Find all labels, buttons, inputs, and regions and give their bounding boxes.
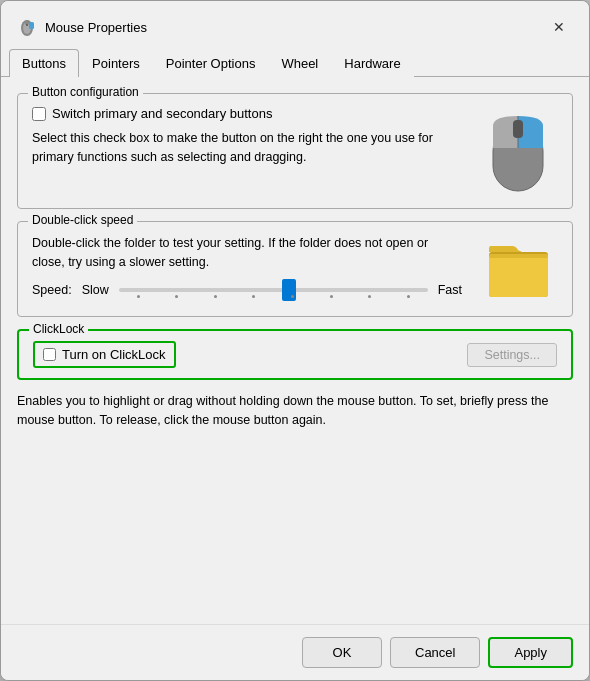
- button-bar: OK Cancel Apply: [1, 624, 589, 680]
- tab-bar: Buttons Pointers Pointer Options Wheel H…: [1, 49, 589, 77]
- clicklock-desc: Enables you to highlight or drag without…: [17, 392, 573, 430]
- button-config-text: Switch primary and secondary buttons Sel…: [32, 106, 462, 167]
- title-bar: Mouse Properties ✕: [1, 1, 589, 49]
- speed-slider-track: [119, 288, 428, 292]
- mouse-properties-dialog: Mouse Properties ✕ Buttons Pointers Poin…: [0, 0, 590, 681]
- clicklock-group-label: ClickLock: [29, 322, 88, 336]
- clicklock-content: Turn on ClickLock Settings...: [33, 341, 557, 368]
- slider-dot: [407, 295, 410, 298]
- slider-dot: [175, 295, 178, 298]
- clicklock-checkbox-row: Turn on ClickLock: [33, 341, 176, 368]
- slider-dot: [330, 295, 333, 298]
- window-title: Mouse Properties: [45, 20, 147, 35]
- slider-dot: [252, 295, 255, 298]
- tab-pointer-options[interactable]: Pointer Options: [153, 49, 269, 77]
- window-icon: [17, 17, 37, 37]
- slider-dot: [214, 295, 217, 298]
- button-config-desc: Select this check box to make the button…: [32, 129, 462, 167]
- tab-content: Button configuration Switch primary and …: [1, 77, 589, 624]
- speed-label: Speed:: [32, 283, 72, 297]
- switch-buttons-label: Switch primary and secondary buttons: [52, 106, 272, 121]
- speed-row: Speed: Slow: [32, 280, 462, 300]
- slider-dot: [137, 295, 140, 298]
- svg-rect-8: [513, 120, 523, 138]
- speed-slider-container: [119, 280, 428, 300]
- clicklock-group: ClickLock Turn on ClickLock Settings...: [17, 329, 573, 380]
- slider-dot: [368, 295, 371, 298]
- fast-label: Fast: [438, 283, 462, 297]
- svg-point-4: [26, 24, 28, 26]
- svg-rect-10: [489, 254, 548, 297]
- svg-rect-11: [489, 254, 548, 258]
- switch-buttons-checkbox[interactable]: [32, 107, 46, 121]
- clicklock-checkbox[interactable]: [43, 348, 56, 361]
- double-click-desc: Double-click the folder to test your set…: [32, 234, 462, 272]
- button-config-group: Button configuration Switch primary and …: [17, 93, 573, 209]
- double-click-text: Double-click the folder to test your set…: [32, 234, 462, 300]
- svg-rect-3: [29, 22, 34, 29]
- cancel-button[interactable]: Cancel: [390, 637, 480, 668]
- double-click-label: Double-click speed: [28, 213, 137, 227]
- clicklock-label: Turn on ClickLock: [62, 347, 166, 362]
- title-bar-left: Mouse Properties: [17, 17, 147, 37]
- ok-button[interactable]: OK: [302, 637, 382, 668]
- button-config-label: Button configuration: [28, 85, 143, 99]
- slow-label: Slow: [82, 283, 109, 297]
- tab-hardware[interactable]: Hardware: [331, 49, 413, 77]
- mouse-image: [478, 106, 558, 196]
- primary-secondary-row: Switch primary and secondary buttons: [32, 106, 462, 121]
- slider-dots: [119, 295, 428, 298]
- folder-image: [478, 234, 558, 304]
- double-click-content: Double-click the folder to test your set…: [32, 234, 558, 304]
- clicklock-settings-button[interactable]: Settings...: [467, 343, 557, 367]
- tab-buttons[interactable]: Buttons: [9, 49, 79, 77]
- tab-pointers[interactable]: Pointers: [79, 49, 153, 77]
- slider-dot: [291, 295, 294, 298]
- close-button[interactable]: ✕: [545, 13, 573, 41]
- apply-button[interactable]: Apply: [488, 637, 573, 668]
- tab-wheel[interactable]: Wheel: [268, 49, 331, 77]
- button-config-content: Switch primary and secondary buttons Sel…: [32, 106, 558, 196]
- double-click-group: Double-click speed Double-click the fold…: [17, 221, 573, 317]
- spacer: [17, 442, 573, 609]
